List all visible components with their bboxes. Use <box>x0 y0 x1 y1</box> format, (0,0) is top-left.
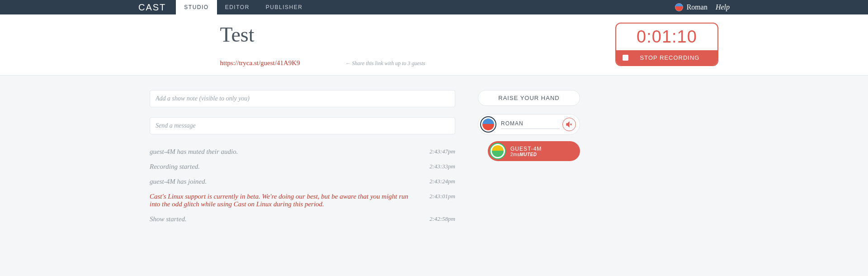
log-text: Show started. <box>150 215 429 223</box>
log-time: 2:43:24pm <box>429 178 455 186</box>
log-time: 2:43:33pm <box>429 163 455 171</box>
share-hint: ← Share this link with up to 3 guests <box>345 60 425 67</box>
speaker-mute-icon <box>566 121 573 128</box>
show-note-input[interactable] <box>150 90 455 107</box>
log-row: Show started.2:42:58pm <box>150 212 455 227</box>
guest-link[interactable]: https://tryca.st/guest/41A9K9 <box>220 59 300 67</box>
log-row: guest-4M has muted their audio.2:43:47pm <box>150 144 455 159</box>
raise-hand-button[interactable]: RAISE YOUR HAND <box>478 90 580 106</box>
avatar-icon <box>675 3 683 11</box>
mute-button[interactable] <box>562 118 576 131</box>
tab-editor[interactable]: EDITOR <box>217 0 258 14</box>
user-menu[interactable]: Roman <box>675 3 708 11</box>
help-link[interactable]: Help <box>716 3 730 11</box>
log-row: Recording started.2:43:33pm <box>150 159 455 174</box>
side-column: RAISE YOUR HAND ROMAN <box>478 90 580 167</box>
log-text: Recording started. <box>150 163 429 171</box>
stop-label: STOP RECORDING <box>628 54 711 61</box>
brand-logo[interactable]: CAST <box>138 2 166 13</box>
main-column: guest-4M has muted their audio.2:43:47pm… <box>150 90 455 227</box>
timer-value: 0:01:10 <box>616 24 717 50</box>
log-text: guest-4M has muted their audio. <box>150 148 429 156</box>
navbar: CAST STUDIO EDITOR PUBLISHER Roman Help <box>0 0 868 14</box>
timer-box: 0:01:10 STOP RECORDING <box>615 23 718 66</box>
log-time: 2:43:01pm <box>429 193 455 208</box>
stop-icon <box>623 55 628 61</box>
nav-right: Roman Help <box>675 3 730 11</box>
log-time: 2:43:47pm <box>429 148 455 156</box>
avatar-icon <box>490 143 506 159</box>
log-row: Cast's Linux support is currently in bet… <box>150 189 455 212</box>
avatar-icon <box>480 116 496 133</box>
log-row: guest-4M has joined.2:43:24pm <box>150 174 455 189</box>
log-time: 2:42:58pm <box>429 215 455 223</box>
user-name: Roman <box>687 3 708 11</box>
nav-tabs: STUDIO EDITOR PUBLISHER <box>176 0 311 14</box>
tab-publisher[interactable]: PUBLISHER <box>258 0 311 14</box>
page-title: Test <box>220 23 648 47</box>
page-header: Test https://tryca.st/guest/41A9K9 ← Sha… <box>0 14 868 76</box>
participant-guest[interactable]: GUEST-4M 2msMUTED <box>488 141 580 161</box>
participant-name: GUEST-4M <box>510 146 576 152</box>
participant-status: 2msMUTED <box>510 152 576 157</box>
stop-recording-button[interactable]: STOP RECORDING <box>616 50 717 65</box>
message-input[interactable] <box>150 117 455 134</box>
participant-host[interactable]: ROMAN <box>478 114 580 135</box>
activity-log: guest-4M has muted their audio.2:43:47pm… <box>150 144 455 227</box>
participant-name: ROMAN <box>501 120 560 127</box>
log-text: guest-4M has joined. <box>150 178 429 186</box>
tab-studio[interactable]: STUDIO <box>176 0 217 14</box>
log-text: Cast's Linux support is currently in bet… <box>150 193 429 208</box>
